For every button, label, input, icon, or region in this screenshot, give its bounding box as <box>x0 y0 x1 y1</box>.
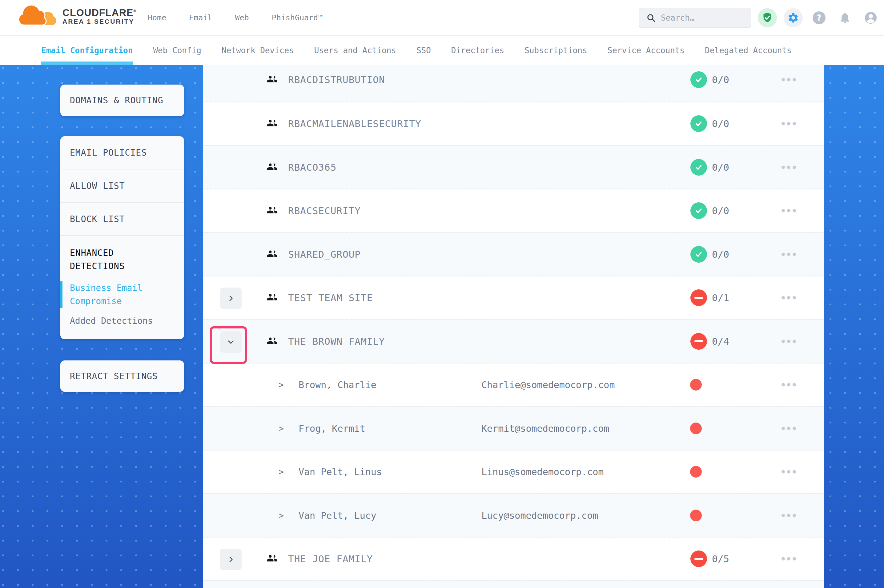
row-actions-menu-button[interactable] <box>780 249 797 259</box>
member-email: Linus@somedemocorp.com <box>481 466 604 477</box>
row-actions-menu-button[interactable] <box>780 423 797 433</box>
group-name: SHARED_GROUP <box>288 249 361 260</box>
sidebar-item-email-policies[interactable]: EMAIL POLICIES <box>60 136 184 170</box>
group-people-icon <box>266 204 278 217</box>
table-row: THE JOE FAMILY0/5 <box>203 537 824 580</box>
sidebar-label: BLOCK LIST <box>70 214 125 224</box>
group-people-icon <box>266 248 278 261</box>
account-icon[interactable] <box>861 8 880 27</box>
member-count: 0/5 <box>712 553 729 564</box>
group-name: RBACMAILENABLESECURITY <box>288 118 421 129</box>
notifications-bell-icon[interactable] <box>835 8 854 27</box>
sidebar-item-enhanced-detections[interactable]: ENHANCED DETECTIONS <box>70 246 162 273</box>
table-row: RBACO3650/0 <box>203 145 824 189</box>
primary-nav-item-home[interactable]: Home <box>148 13 166 22</box>
group-name: THE BROWN FAMILY <box>288 336 385 347</box>
primary-nav-item-phishguard[interactable]: PhishGuard™ <box>272 13 323 22</box>
member-email: Charlie@somedemocorp.com <box>481 380 615 390</box>
table-row: SHARED_GROUP0/0 <box>203 232 824 276</box>
group-name: THE JOE FAMILY <box>288 553 373 564</box>
member-count: 0/0 <box>712 162 729 173</box>
settings-gear-icon[interactable] <box>784 8 803 27</box>
expand-group-button[interactable] <box>220 549 242 570</box>
status-dot <box>690 379 702 391</box>
member-chevron-icon: > <box>278 510 284 520</box>
status-dot <box>690 423 702 434</box>
group-people-icon <box>266 74 278 85</box>
groups-table: RBACDISTRUBUTION0/0RBACMAILENABLESECURIT… <box>203 65 824 588</box>
sidebar-item-added-detections[interactable]: Added Detections <box>70 316 176 326</box>
status-minus-badge <box>690 290 707 306</box>
sidebar-label: RETRACT SETTINGS <box>70 371 158 381</box>
member-count: 0/0 <box>712 118 729 129</box>
tab-delegated-accounts[interactable]: Delegated Accounts <box>705 35 792 65</box>
row-actions-menu-button[interactable] <box>780 380 797 390</box>
table-row: RBACSECURITY0/0 <box>203 189 824 232</box>
row-actions-menu-button[interactable] <box>780 119 797 129</box>
row-actions-menu-button[interactable] <box>780 336 797 346</box>
primary-nav: HomeEmailWebPhishGuard™ <box>148 0 323 35</box>
member-chevron-icon: > <box>278 380 284 390</box>
tab-subscriptions[interactable]: Subscriptions <box>525 35 587 65</box>
group-people-icon <box>266 117 278 130</box>
group-people-icon <box>266 117 278 129</box>
row-actions-menu-button[interactable] <box>780 467 797 477</box>
sidebar-item-retract-settings[interactable]: RETRACT SETTINGS <box>60 360 184 392</box>
row-actions-menu-button[interactable] <box>780 162 797 172</box>
group-name: TEST TEAM SITE <box>288 292 373 303</box>
group-people-icon <box>266 291 278 304</box>
tab-directories[interactable]: Directories <box>451 35 504 65</box>
primary-nav-item-web[interactable]: Web <box>235 13 249 22</box>
tab-network-devices[interactable]: Network Devices <box>222 35 294 65</box>
logo-subtitle: AREA 1 SECURITY <box>63 18 137 26</box>
cloudflare-logo: CLOUDFLARE® AREA 1 SECURITY <box>17 4 137 27</box>
tab-web-config[interactable]: Web Config <box>153 35 201 65</box>
tab-service-accounts[interactable]: Service Accounts <box>607 35 684 65</box>
search-input[interactable] <box>660 13 738 23</box>
tab-email-configuration[interactable]: Email Configuration <box>41 35 133 65</box>
group-people-icon <box>266 248 278 259</box>
sidebar-item-business-email-compromise[interactable]: Business Email Compromise <box>60 281 176 308</box>
row-actions-menu-button[interactable] <box>780 554 797 564</box>
expand-group-button[interactable] <box>220 288 242 309</box>
group-name: RBACDISTRUBUTION <box>288 74 385 85</box>
status-minus-badge <box>690 550 707 567</box>
member-name: Van Pelt, Linus <box>299 466 382 477</box>
sidebar-label: DOMAINS & ROUTING <box>70 95 164 105</box>
sidebar-item-block-list[interactable]: BLOCK LIST <box>60 202 184 236</box>
table-row: >Van Pelt, LucyLucy@somedemocorp.com <box>203 493 824 537</box>
row-actions-menu-button[interactable] <box>780 510 797 520</box>
row-actions-menu-button[interactable] <box>780 293 797 303</box>
help-glyph: ? <box>816 13 821 22</box>
member-name: Frog, Kermit <box>299 423 365 434</box>
status-dot <box>690 510 702 521</box>
help-icon[interactable]: ? <box>809 8 828 27</box>
sidebar-item-domains-routing[interactable]: DOMAINS & ROUTING <box>60 85 184 116</box>
status-check-badge <box>690 71 707 88</box>
tab-users-and-actions[interactable]: Users and Actions <box>314 35 396 65</box>
primary-nav-item-email[interactable]: Email <box>189 13 212 22</box>
group-name: RBACO365 <box>288 162 337 173</box>
group-people-icon <box>266 291 278 303</box>
member-chevron-icon: > <box>278 467 284 477</box>
member-count: 0/0 <box>712 205 729 216</box>
sidebar-policies-card: EMAIL POLICIES ALLOW LIST BLOCK LIST ENH… <box>60 136 184 339</box>
group-name: RBACSECURITY <box>288 205 361 216</box>
logo-wordmark: CLOUDFLARE <box>63 7 133 18</box>
config-tabs-bar: Email ConfigurationWeb ConfigNetwork Dev… <box>0 35 884 65</box>
row-actions-menu-button[interactable] <box>780 206 797 216</box>
status-check-badge <box>690 116 707 132</box>
security-shield-icon[interactable] <box>758 8 777 27</box>
logo-text: CLOUDFLARE® AREA 1 SECURITY <box>63 6 137 26</box>
status-check-badge <box>690 202 707 219</box>
table-row: >Brown, CharlieCharlie@somedemocorp.com <box>203 363 824 406</box>
config-tabs: Email ConfigurationWeb ConfigNetwork Dev… <box>41 35 792 65</box>
row-actions-menu-button[interactable] <box>780 75 797 85</box>
logo-trademark: ® <box>133 9 137 13</box>
status-check-badge <box>690 159 707 176</box>
member-count: 0/4 <box>712 336 729 347</box>
search-box[interactable] <box>639 8 751 28</box>
tab-sso[interactable]: SSO <box>416 35 431 65</box>
sidebar-item-allow-list[interactable]: ALLOW LIST <box>60 170 184 202</box>
status-minus-badge <box>690 333 707 350</box>
